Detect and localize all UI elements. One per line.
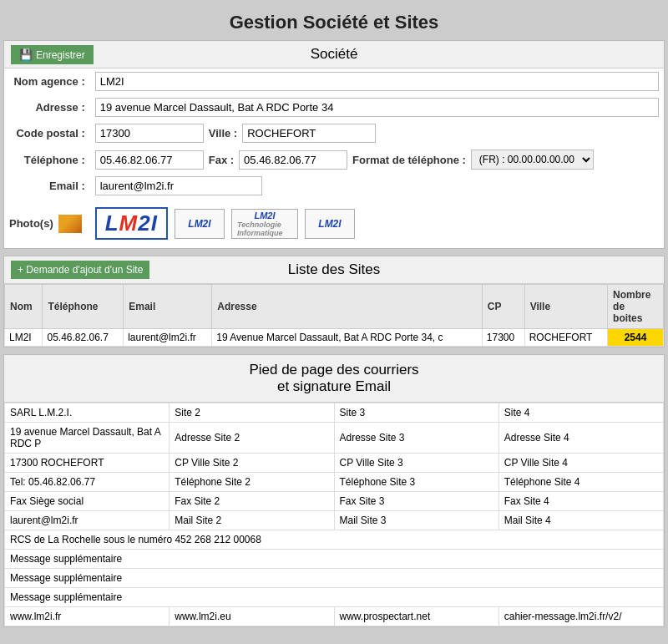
footer-col4-row2: Adresse Site 4 xyxy=(498,423,663,454)
societe-title: Société xyxy=(311,46,358,62)
footer-row-2: 19 avenue Marcel Dassault, Bat A RDC P A… xyxy=(5,423,664,454)
cp-ville-group: Ville : xyxy=(95,124,659,143)
footer-col1-row2: 19 avenue Marcel Dassault, Bat A RDC P xyxy=(5,423,170,454)
footer-col2-row2: Adresse Site 2 xyxy=(170,423,334,454)
sites-table: Nom Téléphone Email Adresse CP Ville Nom… xyxy=(4,284,664,347)
footer-full-row-1: RCS de La Rochelle sous le numéro 452 26… xyxy=(5,530,664,550)
footer-col4-row6: Mail Site 4 xyxy=(498,511,663,530)
photos-label-group: Photo(s) xyxy=(9,215,85,233)
footer-section: Pied de page des courrierset signature E… xyxy=(3,354,665,627)
footer-col4-row1: Site 4 xyxy=(498,403,663,423)
footer-row-3: 17300 ROCHEFORT CP Ville Site 2 CP Ville… xyxy=(5,454,664,473)
footer-link-3: www.prospectart.net xyxy=(334,607,498,626)
email-input[interactable] xyxy=(95,176,262,195)
footer-col2-row6: Mail Site 2 xyxy=(170,511,334,530)
footer-msg-3: Message supplémentaire xyxy=(5,588,664,607)
save-button[interactable]: 💾 Enregistrer xyxy=(11,45,94,64)
sites-header: + Demande d'ajout d'un Site Liste des Si… xyxy=(4,256,664,284)
fax-input[interactable] xyxy=(239,150,347,170)
sites-header-row: Nom Téléphone Email Adresse CP Ville Nom… xyxy=(5,285,664,329)
footer-row-4: Tel: 05.46.82.06.77 Téléphone Site 2 Tél… xyxy=(5,473,664,492)
save-label: Enregistrer xyxy=(36,49,85,61)
site-ville: ROCHEFORT xyxy=(524,329,607,347)
tel-fax-row: Téléphone : Fax : Format de téléphone : … xyxy=(4,146,664,173)
footer-link-row: www.lm2i.fr www.lm2i.eu www.prospectart.… xyxy=(5,607,664,626)
adresse-row: Adresse : xyxy=(4,94,664,120)
nom-agence-label: Nom agence : xyxy=(4,68,90,94)
footer-col2-row5: Fax Site 2 xyxy=(170,492,334,511)
footer-msg-1: Message supplémentaire xyxy=(5,550,664,569)
floppy-icon: 💾 xyxy=(19,48,33,61)
col-email: Email xyxy=(124,285,212,329)
photos-label: Photo(s) xyxy=(9,217,53,230)
cp-ville-row: Code postal : Ville : xyxy=(4,120,664,146)
col-adresse: Adresse xyxy=(212,285,483,329)
site-telephone: 05.46.82.06.7 xyxy=(43,329,124,347)
footer-row-1: SARL L.M.2.I. Site 2 Site 3 Site 4 xyxy=(5,403,664,423)
col-cp: CP xyxy=(482,285,524,329)
footer-col1-row4: Tel: 05.46.82.06.77 xyxy=(5,473,170,492)
footer-col3-row2: Adresse Site 3 xyxy=(334,423,498,454)
footer-col3-row3: CP Ville Site 3 xyxy=(334,454,498,473)
sites-section: + Demande d'ajout d'un Site Liste des Si… xyxy=(3,256,665,347)
site-boites: 2544 xyxy=(608,329,664,347)
cp-input[interactable] xyxy=(95,124,204,143)
footer-col3-row4: Téléphone Site 3 xyxy=(334,473,498,492)
page-wrapper: Gestion Société et Sites 💾 Enregistrer S… xyxy=(0,0,668,631)
adresse-input[interactable] xyxy=(95,98,659,117)
footer-row-6: laurent@lm2i.fr Mail Site 2 Mail Site 3 … xyxy=(5,511,664,530)
footer-col1-row5: Fax Siège social xyxy=(5,492,170,511)
footer-col4-row5: Fax Site 4 xyxy=(498,492,663,511)
site-row: LM2I 05.46.82.06.7 laurent@lm2i.fr 19 Av… xyxy=(5,329,664,347)
site-email: laurent@lm2i.fr xyxy=(124,329,212,347)
footer-rcs: RCS de La Rochelle sous le numéro 452 26… xyxy=(5,530,664,550)
col-boites: Nombredeboites xyxy=(608,285,664,329)
col-ville: Ville xyxy=(524,285,607,329)
footer-link-2: www.lm2i.eu xyxy=(170,607,334,626)
format-tel-label: Format de téléphone : xyxy=(352,154,466,166)
add-site-button[interactable]: + Demande d'ajout d'un Site xyxy=(11,261,149,279)
page-title: Gestion Société et Sites xyxy=(3,3,665,40)
email-row: Email : xyxy=(4,173,664,199)
tel-fax-group: Fax : Format de téléphone : (FR) : 00.00… xyxy=(95,150,659,170)
footer-col3-row1: Site 3 xyxy=(334,403,498,423)
col-telephone: Téléphone xyxy=(43,285,124,329)
telephone-input[interactable] xyxy=(95,150,204,170)
photo-thumb-icon xyxy=(58,215,82,233)
footer-title: Pied de page des courrierset signature E… xyxy=(249,362,418,394)
footer-col1-row1: SARL L.M.2.I. xyxy=(5,403,170,423)
col-nom: Nom xyxy=(5,285,43,329)
footer-col3-row6: Mail Site 3 xyxy=(334,511,498,530)
footer-col2-row4: Téléphone Site 2 xyxy=(170,473,334,492)
logo-area: LM2I LM2I LM2I Technologie Informatique … xyxy=(95,204,659,243)
nom-agence-row: Nom agence : xyxy=(4,68,664,94)
footer-col4-row3: CP Ville Site 4 xyxy=(498,454,663,473)
logo-lm2i-small-3: LM2I xyxy=(305,209,355,239)
format-telephone-select[interactable]: (FR) : 00.00.00.00.00 xyxy=(471,150,594,170)
sites-title: Liste des Sites xyxy=(288,261,381,277)
email-label: Email : xyxy=(4,173,90,199)
logo-lm2i-small-1: LM2I xyxy=(175,209,225,239)
site-nom: LM2I xyxy=(5,329,43,347)
footer-col4-row4: Téléphone Site 4 xyxy=(498,473,663,492)
footer-col2-row1: Site 2 xyxy=(170,403,334,423)
site-cp: 17300 xyxy=(482,329,524,347)
footer-full-row-2: Message supplémentaire xyxy=(5,550,664,569)
ville-label: Ville : xyxy=(209,127,237,139)
footer-col1-row3: 17300 ROCHEFORT xyxy=(5,454,170,473)
cp-label: Code postal : xyxy=(4,120,90,146)
site-adresse: 19 Avenue Marcel Dassault, Bat A RDC Por… xyxy=(212,329,483,347)
nom-agence-input[interactable] xyxy=(95,72,659,91)
footer-col1-row6: laurent@lm2i.fr xyxy=(5,511,170,530)
ville-input[interactable] xyxy=(242,124,376,143)
footer-msg-2: Message supplémentaire xyxy=(5,569,664,588)
societe-section: 💾 Enregistrer Société Nom agence : Adres… xyxy=(3,40,665,249)
logo-lm2i-small-2: LM2I Technologie Informatique xyxy=(231,209,298,239)
footer-col2-row3: CP Ville Site 2 xyxy=(170,454,334,473)
footer-link-4: cahier-message.lm2i.fr/v2/ xyxy=(498,607,663,626)
footer-full-row-3: Message supplémentaire xyxy=(5,569,664,588)
adresse-label: Adresse : xyxy=(4,94,90,120)
telephone-label: Téléphone : xyxy=(4,146,90,173)
footer-grid: SARL L.M.2.I. Site 2 Site 3 Site 4 19 av… xyxy=(4,403,664,626)
societe-header: 💾 Enregistrer Société xyxy=(4,41,664,68)
